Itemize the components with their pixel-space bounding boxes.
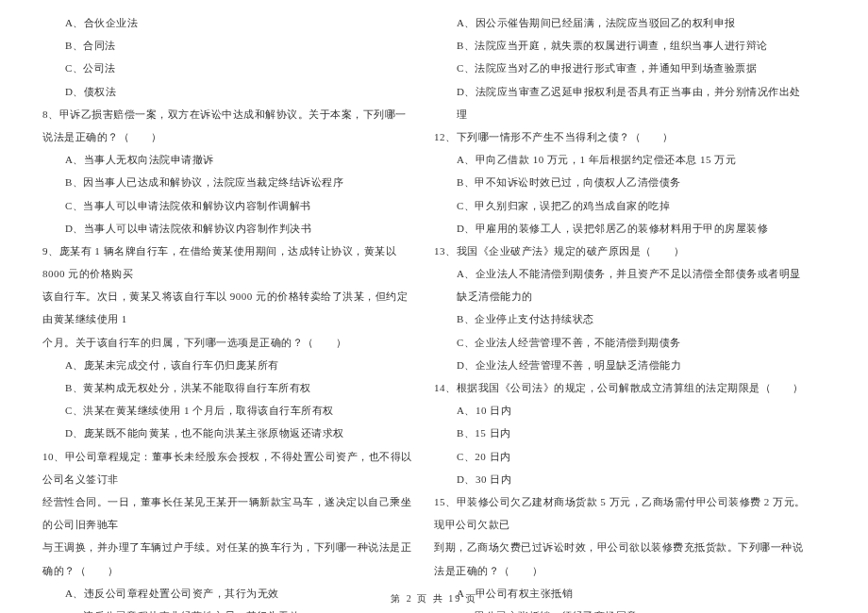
option: D、法院应当审查乙迟延申报权利是否具有正当事由，并分别情况作出处理	[434, 80, 807, 125]
option: C、法院应当对乙的申报进行形式审查，并通知甲到场查验票据	[434, 57, 807, 79]
option: B、甲公司主张抵销，须经乙商场同意	[434, 605, 807, 613]
option: B、15 日内	[434, 422, 807, 444]
option: A、10 日内	[434, 399, 807, 422]
question-13: 13、我国《企业破产法》规定的破产原因是（ ）	[434, 240, 807, 262]
left-column: A、合伙企业法 B、合同法 C、公司法 D、债权法 8、甲诉乙损害赔偿一案，双方…	[42, 11, 434, 585]
option: C、企业法人经营管理不善，不能清偿到期债务	[434, 331, 807, 354]
option: A、甲向乙借款 10 万元，1 年后根据约定偿还本息 15 万元	[434, 148, 807, 171]
question-15-cont: 到期，乙商场欠费已过诉讼时效，甲公司欲以装修费充抵货款。下列哪一种说法是正确的？…	[434, 536, 807, 581]
question-9-cont: 该自行车。次日，黄某又将该自行车以 9000 元的价格转卖给了洪某，但约定由黄某…	[42, 285, 415, 330]
question-8: 8、甲诉乙损害赔偿一案，双方在诉讼中达成和解协议。关于本案，下列哪一说法是正确的…	[42, 103, 415, 148]
option: A、企业法人不能清偿到期债务，并且资产不足以清偿全部债务或者明显缺乏清偿能力的	[434, 262, 807, 307]
question-12: 12、下列哪一情形不产生不当得利之债？（ ）	[434, 125, 807, 148]
exam-page: A、合伙企业法 B、合同法 C、公司法 D、债权法 8、甲诉乙损害赔偿一案，双方…	[0, 0, 868, 613]
option: A、合伙企业法	[42, 11, 415, 34]
option: B、合同法	[42, 34, 415, 57]
option: B、企业停止支付达持续状态	[434, 307, 807, 330]
option: D、企业法人经营管理不善，明显缺乏清偿能力	[434, 354, 807, 376]
option: C、甲久别归家，误把乙的鸡当成自家的吃掉	[434, 194, 807, 217]
option: D、庞某既不能向黄某，也不能向洪某主张原物返还请求权	[42, 422, 415, 444]
option: D、债权法	[42, 80, 415, 103]
option: B、因当事人已达成和解协议，法院应当裁定终结诉讼程序	[42, 171, 415, 193]
question-9-cont: 个月。关于该自行车的归属，下列哪一选项是正确的？（ ）	[42, 331, 415, 354]
question-14: 14、根据我国《公司法》的规定，公司解散成立清算组的法定期限是（ ）	[434, 376, 807, 399]
question-10-cont: 与王调换，并办理了车辆过户手续。对任某的换车行为，下列哪一种说法是正确的？（ ）	[42, 536, 415, 581]
question-10-cont: 经营性合同。一日，董事长任某见王某开一辆新款宝马车，遂决定以自己乘坐的公司旧奔驰…	[42, 490, 415, 536]
option: B、黄某构成无权处分，洪某不能取得自行车所有权	[42, 376, 415, 399]
question-9: 9、庞某有 1 辆名牌自行车，在借给黄某使用期间，达成转让协议，黄某以 8000…	[42, 240, 415, 285]
option: C、公司法	[42, 57, 415, 79]
option: C、20 日内	[434, 445, 807, 468]
option: A、因公示催告期间已经届满，法院应当驳回乙的权利申报	[434, 11, 807, 34]
option: D、30 日内	[434, 468, 807, 490]
option: B、甲不知诉讼时效已过，向债权人乙清偿债务	[434, 171, 807, 193]
option: C、洪某在黄某继续使用 1 个月后，取得该自行车所有权	[42, 399, 415, 422]
option: B、法院应当开庭，就失票的权属进行调查，组织当事人进行辩论	[434, 34, 807, 57]
option: A、庞某未完成交付，该自行车仍归庞某所有	[42, 354, 415, 376]
option: D、甲雇用的装修工人，误把邻居乙的装修材料用于甲的房屋装修	[434, 217, 807, 240]
question-10: 10、甲公司章程规定：董事长未经股东会授权，不得处置公司资产，也不得以公司名义签…	[42, 445, 415, 490]
page-footer: 第 2 页 共 19 页	[0, 592, 868, 605]
question-15: 15、甲装修公司欠乙建材商场货款 5 万元，乙商场需付甲公司装修费 2 万元。现…	[434, 490, 807, 536]
option: B、违反公司章程从事非经营性交易，其行为无效	[42, 605, 415, 613]
right-column: A、因公示催告期间已经届满，法院应当驳回乙的权利申报 B、法院应当开庭，就失票的…	[434, 11, 826, 585]
option: A、当事人无权向法院申请撤诉	[42, 148, 415, 171]
option: D、当事人可以申请法院依和解协议内容制作判决书	[42, 217, 415, 240]
option: C、当事人可以申请法院依和解协议内容制作调解书	[42, 194, 415, 217]
